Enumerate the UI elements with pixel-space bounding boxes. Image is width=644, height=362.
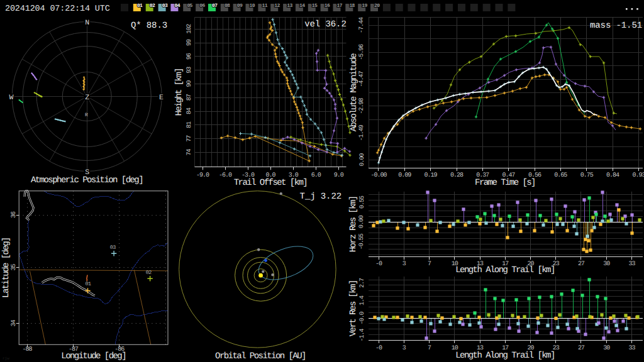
svg-text:20241204 07:22:14 UTC: 20241204 07:22:14 UTC <box>5 4 110 14</box>
svg-text:Vert Res [km]: Vert Res [km] <box>348 280 358 336</box>
svg-text:27: 27 <box>578 261 585 268</box>
svg-text:99: 99 <box>186 39 193 46</box>
svg-text:102: 102 <box>186 24 193 34</box>
svg-text:0.75: 0.75 <box>580 172 594 179</box>
svg-text:-5.96: -5.96 <box>359 44 366 60</box>
svg-text:0.19: 0.19 <box>425 172 438 179</box>
svg-text:36: 36 <box>11 211 18 218</box>
svg-text:87: 87 <box>186 94 193 101</box>
svg-text:-7.44: -7.44 <box>359 17 366 33</box>
svg-text:10: 10 <box>250 3 255 9</box>
svg-text:96: 96 <box>186 53 193 60</box>
svg-text:Height [km]: Height [km] <box>174 69 184 116</box>
svg-text:0.93: 0.93 <box>632 172 644 179</box>
svg-text:18: 18 <box>349 3 355 9</box>
svg-text:-0: -0 <box>375 261 382 268</box>
svg-text:35: 35 <box>11 264 18 271</box>
svg-text:rjw: rjw <box>3 356 9 361</box>
svg-text:1.4: 1.4 <box>359 295 366 305</box>
svg-text:0.84: 0.84 <box>606 172 619 179</box>
svg-text:34: 34 <box>11 319 18 326</box>
svg-text:11: 11 <box>262 3 267 9</box>
svg-text:Horz Res [km]: Horz Res [km] <box>348 196 358 252</box>
svg-text:77: 77 <box>186 135 193 142</box>
svg-text:12: 12 <box>274 3 280 9</box>
svg-text:08: 08 <box>225 3 230 9</box>
svg-text:-4.47: -4.47 <box>359 71 366 87</box>
svg-text:N: N <box>85 19 89 27</box>
svg-text:Length Along Trail [km]: Length Along Trail [km] <box>455 351 555 361</box>
svg-text:vel 36.2: vel 36.2 <box>304 19 346 30</box>
svg-text:-88: -88 <box>23 346 33 353</box>
svg-text:81: 81 <box>186 121 193 128</box>
svg-text:02: 02 <box>150 3 155 9</box>
svg-text:0.55: 0.55 <box>359 195 366 209</box>
svg-text:09: 09 <box>237 3 243 9</box>
svg-text:9.0: 9.0 <box>334 172 344 179</box>
svg-text:33: 33 <box>628 345 635 352</box>
svg-text:6.0: 6.0 <box>311 172 321 179</box>
svg-text:30: 30 <box>603 261 610 268</box>
svg-text:-0.0: -0.0 <box>359 312 366 325</box>
svg-text:06: 06 <box>199 3 205 9</box>
svg-text:30: 30 <box>603 345 610 352</box>
svg-text:Trail Offset [km]: Trail Offset [km] <box>234 178 307 188</box>
svg-text:Orbital Position [AU]: Orbital Position [AU] <box>215 351 306 361</box>
svg-text:-1.4: -1.4 <box>359 329 366 342</box>
svg-text:Length Along Trail [km]: Length Along Trail [km] <box>455 265 555 275</box>
svg-text:0.00: 0.00 <box>359 215 366 228</box>
svg-text:33: 33 <box>628 261 635 268</box>
svg-text:-0.00: -0.00 <box>370 172 387 179</box>
svg-text:93: 93 <box>186 67 193 74</box>
svg-text:14: 14 <box>299 3 305 9</box>
svg-text:Atmospheric Position [deg]: Atmospheric Position [deg] <box>31 175 143 185</box>
svg-text:20: 20 <box>374 3 380 9</box>
svg-text:15: 15 <box>312 3 318 9</box>
svg-text:01: 01 <box>137 3 143 9</box>
svg-text:0.00: 0.00 <box>359 153 366 167</box>
svg-text:13: 13 <box>287 3 292 9</box>
svg-text:-9.0: -9.0 <box>196 172 209 179</box>
svg-text:Latitude [deg]: Latitude [deg] <box>1 238 11 298</box>
svg-text:90: 90 <box>186 80 193 87</box>
svg-text:0.09: 0.09 <box>398 172 411 179</box>
svg-text:17: 17 <box>337 3 343 9</box>
svg-text:07: 07 <box>212 3 218 9</box>
svg-text:-6.0: -6.0 <box>219 172 232 179</box>
svg-text:-2.98: -2.98 <box>359 97 366 114</box>
svg-text:84: 84 <box>186 107 193 114</box>
svg-text:mass -1.51: mass -1.51 <box>590 21 642 31</box>
svg-text:-1.49: -1.49 <box>359 124 366 141</box>
svg-text:05: 05 <box>187 3 192 9</box>
svg-text:04: 04 <box>174 3 180 9</box>
svg-text:19: 19 <box>362 3 367 9</box>
svg-text:-0.55: -0.55 <box>359 233 366 250</box>
svg-text:2.7: 2.7 <box>359 278 366 288</box>
svg-text:01: 01 <box>86 281 92 287</box>
svg-text:T_j 3.22: T_j 3.22 <box>300 192 341 202</box>
svg-text:0.28: 0.28 <box>450 172 464 179</box>
svg-text:0.65: 0.65 <box>554 172 567 179</box>
svg-text:16: 16 <box>325 3 330 9</box>
svg-text:03: 03 <box>110 244 116 251</box>
svg-text:27: 27 <box>578 345 585 352</box>
svg-text:03: 03 <box>162 3 168 9</box>
svg-text:02: 02 <box>146 270 152 276</box>
svg-text:74: 74 <box>186 149 193 156</box>
svg-text:Absolute Magnitude: Absolute Magnitude <box>349 53 359 131</box>
svg-text:Longitude [deg]: Longitude [deg] <box>61 351 126 361</box>
svg-text:Q* 88.3: Q* 88.3 <box>131 21 167 31</box>
svg-text:-0: -0 <box>375 345 382 352</box>
svg-text:Frame Time [s]: Frame Time [s] <box>475 178 535 188</box>
